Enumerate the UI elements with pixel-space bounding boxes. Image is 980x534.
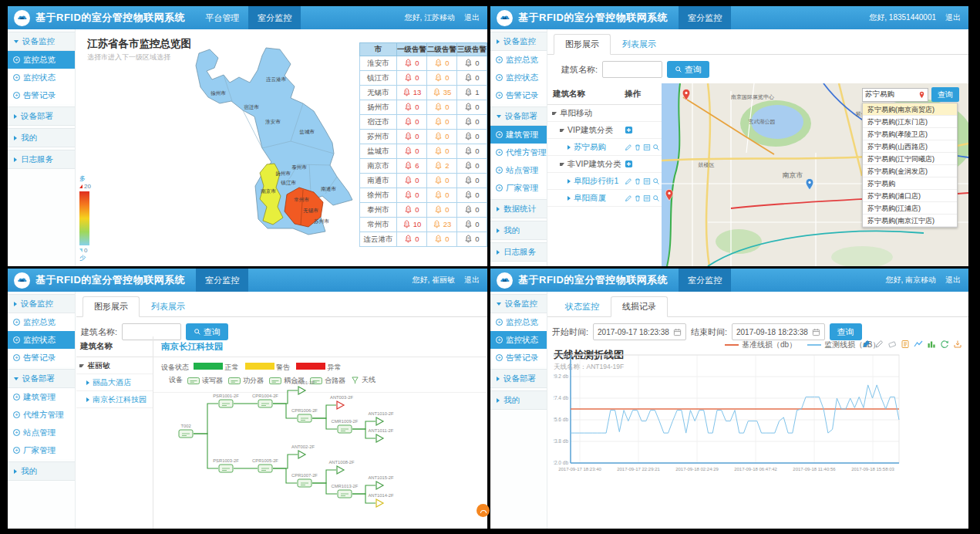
city-cell[interactable]: 南京市	[360, 159, 397, 174]
sidebar-item[interactable]: +代维方管理	[8, 406, 75, 424]
city-cell[interactable]: 扬州市	[360, 100, 397, 115]
sidebar-item[interactable]: +告警记录	[490, 349, 547, 367]
sidebar-group[interactable]: 日志服务	[490, 242, 547, 262]
delete-icon[interactable]	[634, 144, 642, 151]
query-button[interactable]: 查询	[667, 61, 709, 78]
add-icon[interactable]	[625, 126, 633, 134]
antenna-node[interactable]	[337, 466, 344, 474]
sidebar-item[interactable]: +监控总览	[8, 51, 75, 69]
alarm-table-row[interactable]: 镇江市102030	[360, 71, 487, 86]
data-view-icon[interactable]	[901, 340, 910, 349]
edit-icon[interactable]	[625, 177, 632, 185]
alarm-table-row[interactable]: 扬州市102030	[360, 100, 487, 115]
alarm-table-row[interactable]: 泰州市102030	[360, 203, 487, 218]
antenna-node[interactable]	[376, 499, 383, 507]
tree-expanded-icon[interactable]	[79, 364, 84, 367]
tree-row[interactable]: 阜阳步行街1	[547, 173, 662, 190]
nav-tab-0[interactable]: 平台管理	[196, 6, 248, 29]
tree-row[interactable]: 丽晶大酒店	[76, 374, 153, 391]
sidebar-item[interactable]: +厂家管理	[8, 441, 75, 459]
nav-tab-0[interactable]: 室分监控	[196, 269, 248, 292]
sidebar-item[interactable]: +站点管理	[490, 161, 547, 179]
city-map[interactable]: 南京国际展览中心玄武湖公园紫金山鼓楼区南京市 苏宁易购 查询 苏宁易购(南京商贸…	[662, 83, 968, 266]
delete-icon[interactable]	[634, 177, 642, 185]
search-result-item[interactable]: 苏宁易购(南京商贸店)	[863, 103, 957, 116]
sidebar-group[interactable]: 设备监控	[490, 294, 547, 313]
alarm-table-row[interactable]: 苏州市102030	[360, 130, 487, 144]
tab-active[interactable]: 图形展示	[83, 296, 140, 317]
tab-inactive[interactable]: 列表展示	[611, 34, 668, 55]
tree-collapsed-icon[interactable]	[86, 397, 89, 402]
alarm-table-row[interactable]: 盐城市102030	[360, 144, 487, 159]
sidebar-group[interactable]: 设备部署	[490, 369, 547, 388]
sidebar-item[interactable]: +告警记录	[8, 349, 75, 367]
tree-row[interactable]: 阜阳商厦	[547, 190, 662, 207]
sidebar-group[interactable]: 设备部署	[490, 106, 547, 126]
city-cell[interactable]: 宿迁市	[360, 115, 397, 130]
city-cell[interactable]: 泰州市	[360, 203, 397, 218]
start-time-input[interactable]: 2017-09-17 18:23:38	[593, 323, 686, 340]
jiangsu-province-map[interactable]: 连云港市徐州市宿迁市淮安市盐城市扬州市泰州市镇江市南京市常州市无锡市南通市苏州市	[109, 41, 363, 249]
sidebar-item[interactable]: +监控状态	[8, 331, 75, 349]
tree-expanded-icon[interactable]	[552, 112, 557, 115]
alarm-table-row[interactable]: 南京市162230	[360, 159, 487, 174]
list-icon[interactable]	[643, 144, 651, 151]
tab-inactive[interactable]: 列表展示	[140, 296, 197, 317]
logout-link[interactable]: 退出	[945, 275, 961, 286]
antenna-node[interactable]	[376, 417, 383, 425]
tree-row[interactable]: 崔丽敏	[76, 357, 153, 374]
delete-icon[interactable]	[634, 194, 642, 202]
sidebar-item[interactable]: +告警记录	[490, 86, 547, 104]
refresh-icon[interactable]	[940, 340, 949, 349]
city-cell[interactable]: 连云港市	[360, 232, 397, 247]
search-result-item[interactable]: 苏宁易购(山西路店)	[863, 140, 957, 153]
antenna-node[interactable]	[298, 387, 305, 394]
sidebar-group[interactable]: 我的	[490, 390, 547, 410]
tab-active[interactable]: 图形展示	[554, 34, 611, 55]
tree-collapsed-icon[interactable]	[567, 145, 571, 150]
alarm-table-row[interactable]: 宿迁市102030	[360, 115, 487, 130]
logout-link[interactable]: 退出	[464, 275, 480, 286]
alarm-table-row[interactable]: 常州市11022330	[360, 218, 487, 232]
tab-active[interactable]: 线损记录	[611, 296, 668, 317]
sidebar-item[interactable]: +建筑管理	[8, 388, 75, 406]
bar-chart-icon[interactable]	[927, 340, 936, 349]
list-icon[interactable]	[643, 177, 651, 185]
city-cell[interactable]: 苏州市	[360, 130, 397, 144]
tree-row[interactable]: 南京长江科技园	[76, 391, 153, 408]
tree-collapsed-icon[interactable]	[567, 196, 571, 201]
tree-row[interactable]: VIP建筑分类	[547, 122, 662, 139]
search-icon[interactable]	[652, 144, 660, 151]
sidebar-group[interactable]: 设备部署	[8, 369, 75, 388]
sidebar-group[interactable]: 我的	[490, 221, 547, 240]
sidebar-item[interactable]: +监控总览	[8, 313, 75, 331]
alarm-table-row[interactable]: 徐州市102030	[360, 188, 487, 203]
antenna-node[interactable]	[337, 401, 344, 409]
sidebar-group[interactable]: 设备监控	[8, 32, 75, 51]
line-chart-icon[interactable]	[914, 340, 923, 349]
search-result-item[interactable]: 苏宁易购(金润发店)	[863, 165, 957, 177]
city-cell[interactable]: 常州市	[360, 218, 397, 232]
logout-link[interactable]: 退出	[945, 12, 961, 23]
sidebar-group[interactable]: 设备监控	[490, 32, 547, 51]
sidebar-item[interactable]: +告警记录	[8, 86, 75, 104]
sidebar-item[interactable]: +站点管理	[8, 424, 75, 441]
alarm-table-row[interactable]: 无锡市11323531	[360, 86, 487, 100]
city-cell[interactable]: 盐城市	[360, 144, 397, 159]
antenna-node[interactable]	[376, 482, 383, 489]
sidebar-item[interactable]: +监控状态	[8, 69, 75, 86]
city-cell[interactable]: 南通市	[360, 174, 397, 188]
pencil-icon[interactable]	[874, 340, 884, 349]
marker-pen-icon[interactable]	[861, 340, 871, 349]
sidebar-item[interactable]: +代维方管理	[490, 144, 547, 161]
nav-tab-0[interactable]: 室分监控	[679, 269, 731, 292]
sidebar-group[interactable]: 我的	[8, 128, 75, 147]
search-icon[interactable]	[652, 177, 660, 185]
visualmap-gradient-bar[interactable]	[79, 191, 89, 245]
download-icon[interactable]	[953, 340, 962, 349]
end-time-input[interactable]: 2017-09-18 18:23:38	[732, 323, 825, 340]
tree-expanded-icon[interactable]	[560, 129, 564, 132]
legend-item[interactable]: 基准线损（db）	[725, 340, 796, 350]
logout-link[interactable]: 退出	[464, 12, 480, 23]
sidebar-item[interactable]: +监控总览	[490, 51, 547, 69]
